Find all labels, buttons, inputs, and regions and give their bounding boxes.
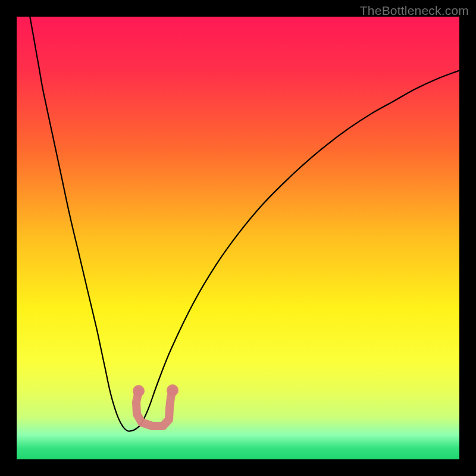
plot-area [17,17,459,459]
bottleneck-curve [30,17,459,431]
marker-overlay [133,384,178,426]
watermark-text: TheBottleneck.com [360,4,469,18]
svg-point-2 [167,384,178,396]
svg-point-1 [133,385,145,397]
curve-layer [17,17,459,459]
chart-frame: TheBottleneck.com [0,0,476,476]
